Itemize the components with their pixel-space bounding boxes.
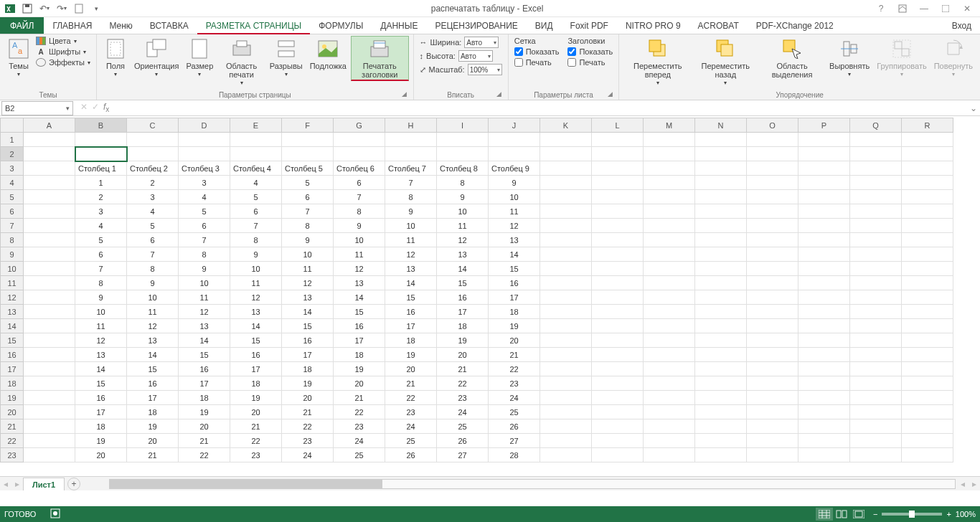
- cell[interactable]: 13: [230, 305, 282, 319]
- cell[interactable]: [644, 376, 695, 391]
- cell[interactable]: 14: [437, 262, 489, 276]
- cell[interactable]: [540, 348, 592, 362]
- cell[interactable]: [850, 247, 902, 262]
- cell[interactable]: [385, 147, 437, 161]
- cell[interactable]: [592, 305, 644, 319]
- cell[interactable]: 20: [489, 333, 540, 348]
- cell[interactable]: 18: [230, 376, 282, 391]
- cell[interactable]: [644, 405, 695, 419]
- cell[interactable]: 9: [230, 247, 282, 262]
- cell[interactable]: 14: [127, 348, 179, 362]
- cell[interactable]: [24, 348, 75, 362]
- fit-scale-field[interactable]: 100%▾: [468, 64, 502, 75]
- cell[interactable]: [695, 133, 747, 147]
- new-sheet-button[interactable]: +: [67, 478, 80, 490]
- cell[interactable]: 17: [282, 348, 334, 362]
- cell[interactable]: [850, 348, 902, 362]
- cell[interactable]: 25: [385, 434, 437, 448]
- cell[interactable]: 7: [179, 233, 230, 247]
- cell[interactable]: [540, 376, 592, 391]
- cell[interactable]: [540, 305, 592, 319]
- cell[interactable]: [644, 448, 695, 462]
- macro-record-icon[interactable]: [50, 508, 60, 520]
- cell[interactable]: 13: [127, 333, 179, 348]
- cell[interactable]: [24, 319, 75, 333]
- cell[interactable]: 7: [385, 176, 437, 190]
- cell[interactable]: [489, 133, 540, 147]
- sheet-nav-prev[interactable]: ◂: [0, 478, 11, 490]
- background-button[interactable]: Подложка: [307, 36, 349, 72]
- cell[interactable]: 13: [334, 276, 385, 290]
- cell[interactable]: [644, 362, 695, 376]
- cell[interactable]: [644, 290, 695, 305]
- cell[interactable]: [798, 247, 850, 262]
- cell[interactable]: [798, 434, 850, 448]
- cell[interactable]: [798, 190, 850, 204]
- cell[interactable]: 9: [282, 233, 334, 247]
- cell[interactable]: [540, 219, 592, 233]
- cell[interactable]: 16: [282, 333, 334, 348]
- cell[interactable]: [540, 133, 592, 147]
- cell[interactable]: [798, 219, 850, 233]
- col-header[interactable]: J: [489, 118, 540, 133]
- cell[interactable]: [902, 376, 953, 391]
- cell[interactable]: [850, 362, 902, 376]
- cell[interactable]: [592, 376, 644, 391]
- cell[interactable]: [747, 133, 798, 147]
- cell[interactable]: 5: [282, 176, 334, 190]
- cell[interactable]: [902, 448, 953, 462]
- cell[interactable]: [747, 448, 798, 462]
- cell[interactable]: 3: [75, 204, 127, 219]
- cell[interactable]: 15: [230, 333, 282, 348]
- qat-new[interactable]: [72, 1, 86, 16]
- cell[interactable]: 18: [127, 405, 179, 419]
- cell[interactable]: [695, 434, 747, 448]
- cell[interactable]: [592, 204, 644, 219]
- cell[interactable]: [747, 262, 798, 276]
- cell[interactable]: 7: [334, 190, 385, 204]
- cell[interactable]: [747, 405, 798, 419]
- cell[interactable]: [540, 391, 592, 405]
- cell[interactable]: 12: [334, 262, 385, 276]
- cell[interactable]: 2: [75, 190, 127, 204]
- cell[interactable]: 8: [127, 262, 179, 276]
- cell[interactable]: 15: [75, 376, 127, 391]
- cell[interactable]: 25: [334, 448, 385, 462]
- row-header[interactable]: 6: [1, 204, 24, 219]
- cell[interactable]: 13: [437, 247, 489, 262]
- cell[interactable]: [24, 391, 75, 405]
- cell[interactable]: [644, 176, 695, 190]
- hscroll-left[interactable]: ◂: [957, 478, 969, 490]
- cell[interactable]: [540, 233, 592, 247]
- cell[interactable]: [179, 147, 230, 161]
- cell[interactable]: [695, 448, 747, 462]
- hscroll-right[interactable]: ▸: [969, 478, 980, 490]
- cell[interactable]: [850, 290, 902, 305]
- cell[interactable]: [798, 133, 850, 147]
- cell[interactable]: 5: [179, 204, 230, 219]
- cell[interactable]: [850, 161, 902, 176]
- cell[interactable]: [695, 219, 747, 233]
- cell[interactable]: 8: [334, 204, 385, 219]
- row-header[interactable]: 9: [1, 247, 24, 262]
- cell[interactable]: [798, 391, 850, 405]
- cell[interactable]: 8: [179, 247, 230, 262]
- view-normal[interactable]: [816, 508, 833, 521]
- qat-save[interactable]: [20, 1, 34, 16]
- cell[interactable]: [747, 305, 798, 319]
- cell[interactable]: [695, 204, 747, 219]
- cell[interactable]: 20: [385, 362, 437, 376]
- row-header[interactable]: 15: [1, 333, 24, 348]
- row-header[interactable]: 22: [1, 434, 24, 448]
- cell[interactable]: [24, 190, 75, 204]
- cell[interactable]: 19: [230, 391, 282, 405]
- cell[interactable]: 19: [489, 319, 540, 333]
- cell[interactable]: 22: [489, 362, 540, 376]
- cell[interactable]: [24, 448, 75, 462]
- tab-view[interactable]: ВИД: [527, 17, 562, 34]
- cell[interactable]: 10: [334, 233, 385, 247]
- row-header[interactable]: 11: [1, 276, 24, 290]
- cell[interactable]: 9: [385, 204, 437, 219]
- cell[interactable]: 18: [489, 305, 540, 319]
- cell[interactable]: 23: [282, 434, 334, 448]
